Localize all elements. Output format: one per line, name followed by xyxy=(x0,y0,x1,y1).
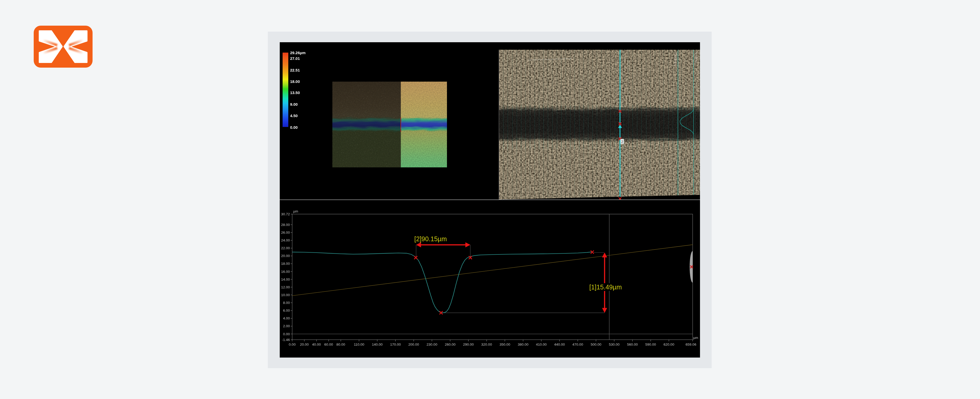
svg-text:4.00: 4.00 xyxy=(283,316,290,320)
svg-text:16.00: 16.00 xyxy=(281,270,290,273)
svg-text:14.00: 14.00 xyxy=(281,278,290,281)
svg-text:590.00: 590.00 xyxy=(645,343,656,347)
svg-text:560.00: 560.00 xyxy=(627,343,638,347)
svg-text:26.00: 26.00 xyxy=(281,230,290,234)
svg-text:18.00: 18.00 xyxy=(281,262,290,265)
svg-text:µm: µm xyxy=(293,209,298,213)
svg-text:350.00: 350.00 xyxy=(500,343,510,347)
svg-text:-1.46: -1.46 xyxy=(282,338,290,342)
svg-text:40.00: 40.00 xyxy=(312,343,321,347)
svg-text:110.00: 110.00 xyxy=(354,343,364,347)
svg-text:230.00: 230.00 xyxy=(426,343,437,347)
svg-text:500.00: 500.00 xyxy=(590,343,601,347)
svg-text:[1]15.49µm: [1]15.49µm xyxy=(589,283,622,291)
svg-text:530.00: 530.00 xyxy=(609,343,619,347)
svg-text:170.00: 170.00 xyxy=(390,343,401,347)
svg-text:8.00: 8.00 xyxy=(283,301,290,305)
svg-text:20.00: 20.00 xyxy=(281,254,290,258)
svg-text:28.00: 28.00 xyxy=(281,223,290,227)
svg-text:320.00: 320.00 xyxy=(481,343,492,347)
svg-text:620.00: 620.00 xyxy=(663,343,674,347)
svg-text:2.00: 2.00 xyxy=(283,324,290,328)
svg-text:22.00: 22.00 xyxy=(281,246,290,250)
svg-text:80.00: 80.00 xyxy=(337,343,345,347)
svg-text:60.00: 60.00 xyxy=(325,343,333,347)
svg-text:200.00: 200.00 xyxy=(408,343,419,347)
svg-text:380.00: 380.00 xyxy=(518,343,528,347)
svg-text:6.00: 6.00 xyxy=(283,308,290,312)
svg-text:260.00: 260.00 xyxy=(445,343,455,347)
svg-text:470.00: 470.00 xyxy=(573,343,583,347)
svg-text:12.00: 12.00 xyxy=(281,285,290,289)
svg-text:24.00: 24.00 xyxy=(281,238,290,242)
svg-text:140.00: 140.00 xyxy=(372,343,382,347)
svg-text:290.00: 290.00 xyxy=(463,343,474,347)
svg-text:0.00: 0.00 xyxy=(289,343,296,347)
svg-text:440.00: 440.00 xyxy=(554,343,565,347)
svg-text:659.06: 659.06 xyxy=(686,343,696,347)
svg-text:20.00: 20.00 xyxy=(300,343,309,347)
svg-text:10.00: 10.00 xyxy=(281,293,290,297)
svg-text:0.00: 0.00 xyxy=(283,332,290,336)
svg-text:410.00: 410.00 xyxy=(536,343,547,347)
svg-text:30.72: 30.72 xyxy=(281,212,290,216)
svg-text:[2]90.15µm: [2]90.15µm xyxy=(414,235,447,243)
svg-text:µm: µm xyxy=(693,336,698,340)
svg-text:2: 2 xyxy=(621,139,623,144)
